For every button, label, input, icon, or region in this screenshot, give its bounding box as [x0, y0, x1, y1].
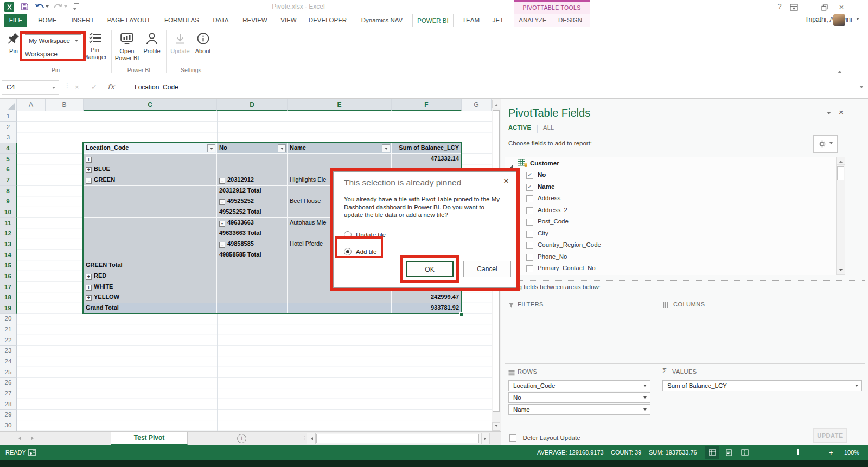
enter-entry-icon[interactable]: ✓	[91, 83, 97, 91]
chip-dropdown-icon[interactable]	[643, 396, 647, 400]
minimize-icon[interactable]: –	[805, 2, 817, 10]
select-all-corner[interactable]	[0, 99, 17, 111]
column-header-f[interactable]: F	[392, 99, 462, 111]
cancel-entry-icon[interactable]: ×	[75, 83, 79, 91]
redo-icon[interactable]	[53, 2, 64, 12]
undo-dropdown-icon[interactable]	[46, 5, 49, 9]
pivot-header-name[interactable]: Name	[288, 143, 392, 154]
fill-handle[interactable]	[459, 312, 463, 316]
pivot-grand-total-row[interactable]: Grand Total933781.92	[84, 303, 462, 314]
expand-icon[interactable]: +	[86, 285, 92, 291]
tab-home[interactable]: HOME	[33, 14, 62, 27]
expand-icon[interactable]: +	[86, 157, 92, 163]
table-name[interactable]: Customer	[530, 160, 559, 167]
column-header-b[interactable]: B	[46, 99, 84, 111]
tab-view[interactable]: VIEW	[276, 14, 302, 27]
undo-icon[interactable]	[35, 2, 46, 12]
tab-jet[interactable]: JET	[487, 14, 509, 27]
sheet-next-icon[interactable]	[31, 436, 36, 440]
defer-layout-update[interactable]: Defer Layout Update	[509, 432, 580, 442]
checkbox-checked-icon[interactable]	[526, 184, 533, 191]
tab-dynamics-nav[interactable]: Dynamics NAV	[354, 14, 410, 27]
checkbox-icon[interactable]	[526, 242, 533, 249]
new-sheet-icon[interactable]: +	[237, 434, 246, 443]
row-header[interactable]: 4	[0, 143, 17, 154]
add-tile-label[interactable]: Add tile	[356, 248, 376, 255]
pivot-header-no[interactable]: No	[217, 143, 288, 154]
pane-tab-all[interactable]: ALL	[543, 124, 554, 131]
row-header[interactable]: 1	[0, 111, 17, 122]
filter-dropdown-icon[interactable]	[278, 144, 286, 152]
sheet-prev-icon[interactable]	[16, 436, 21, 440]
row-header[interactable]: 5	[0, 154, 17, 165]
dialog-close-icon[interactable]: ×	[503, 176, 509, 187]
view-page-layout-icon[interactable]	[722, 446, 736, 459]
row-header[interactable]: 9	[0, 196, 17, 207]
tab-review[interactable]: REVIEW	[239, 14, 271, 27]
collapse-icon[interactable]: -	[219, 242, 225, 248]
update-button[interactable]: Update	[168, 31, 192, 55]
pivot-header-location-code[interactable]: Location_Code	[84, 143, 217, 154]
user-avatar[interactable]	[833, 14, 845, 26]
row-header[interactable]: 23	[0, 346, 17, 356]
row-header[interactable]: 10	[0, 207, 17, 218]
tools-gear-button[interactable]	[813, 135, 838, 153]
expand-icon[interactable]: +	[86, 295, 92, 301]
tab-formulas[interactable]: FORMULAS	[161, 14, 203, 27]
sheet-tab-test-pivot[interactable]: Test Pivot	[111, 432, 188, 445]
row-header[interactable]: 26	[0, 378, 17, 388]
name-box[interactable]: C4	[2, 80, 59, 95]
column-header-e[interactable]: E	[288, 99, 392, 111]
rows-field-no[interactable]: No	[508, 392, 650, 403]
collapse-icon[interactable]: -	[219, 221, 225, 227]
hscroll-left-icon[interactable]	[307, 433, 315, 444]
collapse-icon[interactable]: -	[219, 199, 225, 205]
ribbon-display-options-icon[interactable]	[790, 3, 798, 13]
rows-field-location-code[interactable]: Location_Code	[508, 380, 650, 391]
row-header[interactable]: 21	[0, 324, 17, 335]
restore-icon[interactable]	[821, 3, 828, 13]
tab-developer[interactable]: DEVELOPER	[304, 14, 352, 27]
view-normal-icon[interactable]	[705, 446, 719, 459]
row-header[interactable]: 17	[0, 282, 17, 293]
row-header[interactable]: 12	[0, 228, 17, 239]
open-power-bi-button[interactable]: Open Power BI	[113, 31, 141, 62]
pin-manager-button[interactable]: Pin Manager	[82, 31, 107, 61]
row-header[interactable]: 28	[0, 399, 17, 410]
about-button[interactable]: About	[191, 31, 215, 55]
row-header[interactable]: 30	[0, 420, 17, 431]
checkbox-icon[interactable]	[526, 219, 533, 226]
chip-dropdown-icon[interactable]	[855, 385, 858, 388]
insert-function-icon[interactable]: fx	[107, 82, 114, 92]
row-header[interactable]: 22	[0, 335, 17, 346]
save-icon[interactable]	[20, 2, 31, 12]
ok-button[interactable]: OK	[406, 261, 454, 277]
hscroll-right-icon[interactable]	[481, 433, 490, 444]
column-header-d[interactable]: D	[217, 99, 288, 111]
zoom-in-icon[interactable]: +	[829, 449, 833, 457]
pivot-row[interactable]: +471332.14	[84, 154, 462, 165]
row-header[interactable]: 16	[0, 271, 17, 282]
cancel-button[interactable]: Cancel	[463, 261, 511, 277]
checkbox-icon[interactable]	[526, 265, 533, 272]
close-window-icon[interactable]: ×	[835, 2, 847, 11]
pin-button[interactable]: Pin	[7, 31, 21, 55]
row-header[interactable]: 29	[0, 410, 17, 420]
row-header[interactable]: 18	[0, 292, 17, 303]
chip-dropdown-icon[interactable]	[643, 385, 647, 388]
tab-power-bi[interactable]: POWER BI	[412, 14, 454, 27]
collapse-icon[interactable]: -	[86, 178, 92, 184]
checkbox-icon[interactable]	[526, 195, 533, 202]
pivot-row[interactable]: +YELLOW242999.47	[84, 292, 462, 303]
row-header[interactable]: 24	[0, 356, 17, 367]
tab-data[interactable]: DATA	[207, 14, 234, 27]
update-layout-button[interactable]: UPDATE	[813, 428, 847, 443]
customize-qat-icon[interactable]	[73, 3, 79, 14]
fields-scroll-up-icon[interactable]	[837, 157, 845, 165]
scroll-up-icon[interactable]	[492, 100, 500, 108]
pane-options-icon[interactable]	[827, 112, 831, 117]
row-header[interactable]: 15	[0, 260, 17, 271]
tab-page-layout[interactable]: PAGE LAYOUT	[103, 14, 155, 27]
column-header-a[interactable]: A	[17, 99, 46, 111]
redo-dropdown-icon[interactable]	[64, 5, 67, 9]
